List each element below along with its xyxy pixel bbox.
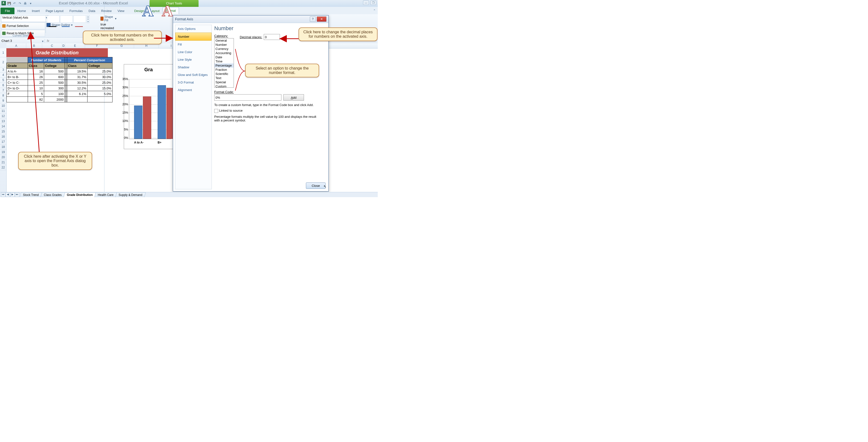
category-option[interactable]: Currency: [215, 47, 234, 51]
row-header-22[interactable]: 22: [0, 165, 6, 170]
sheet-first-icon[interactable]: ⏮: [1, 193, 5, 197]
row-header-10[interactable]: 10: [0, 103, 6, 108]
linked-to-source-checkbox[interactable]: [214, 109, 218, 113]
add-button[interactable]: Add: [283, 94, 304, 101]
row-header-8[interactable]: 8: [0, 93, 6, 98]
dialog-help-icon[interactable]: ?: [310, 16, 316, 22]
tab-formulas[interactable]: Formulas: [66, 8, 86, 14]
row-header-11[interactable]: 11: [0, 108, 6, 114]
shape-style-3[interactable]: [73, 15, 86, 23]
tab-home[interactable]: Home: [14, 8, 29, 14]
category-option[interactable]: Text: [215, 76, 234, 80]
ribbon-expand-icon[interactable]: ⌃: [373, 9, 376, 12]
restore-icon[interactable]: ❐: [370, 0, 376, 5]
tab-file[interactable]: File: [0, 8, 14, 14]
print-icon[interactable]: 🖶: [23, 1, 27, 6]
sheet-next-icon[interactable]: ▶: [10, 193, 15, 197]
chart-bar[interactable]: [158, 85, 166, 139]
dialog-nav-shadow[interactable]: Shadow: [175, 63, 212, 71]
row-header-9[interactable]: 9: [0, 98, 6, 103]
sheet-prev-icon[interactable]: ◀: [6, 193, 10, 197]
sheet-last-icon[interactable]: ⏭: [15, 193, 19, 197]
table-row: F51006.1%5.0%: [7, 91, 113, 97]
row-header-2[interactable]: 2: [0, 57, 6, 67]
col-header-E[interactable]: E: [65, 43, 85, 48]
select-all-button[interactable]: [0, 43, 7, 48]
dialog-nav-line-color[interactable]: Line Color: [175, 48, 212, 56]
tab-review[interactable]: Review: [98, 8, 115, 14]
category-option[interactable]: Percentage: [215, 63, 234, 68]
dialog-nav-alignment[interactable]: Alignment: [175, 86, 212, 94]
chart-bar[interactable]: [134, 106, 143, 139]
category-option[interactable]: Fraction: [215, 68, 234, 72]
category-option[interactable]: Accounting: [215, 51, 234, 55]
row-header-12[interactable]: 12: [0, 114, 6, 119]
dialog-nav-line-style[interactable]: Line Style: [175, 56, 212, 63]
format-code-input[interactable]: [214, 94, 281, 101]
chart-plot-area: 0%5%10%15%20%25%30%35%A to A-B+: [129, 79, 171, 139]
shape-fill-button[interactable]: Shape Fill ▾: [100, 15, 117, 22]
row-header-5[interactable]: 5: [0, 78, 6, 83]
qat-dropdown-icon[interactable]: ▾: [28, 1, 33, 6]
sheet-tab-class-grades[interactable]: Class Grades: [40, 193, 65, 197]
row-header-15[interactable]: 15: [0, 129, 6, 134]
dialog-nav-glow-and-soft-edges[interactable]: Glow and Soft Edges: [175, 71, 212, 79]
format-selection-button[interactable]: Format Selection: [1, 23, 45, 29]
dialog-titlebar[interactable]: Format Axis ? ✕: [173, 15, 329, 23]
decimal-places-input[interactable]: [264, 34, 280, 40]
close-button[interactable]: Close: [306, 182, 326, 189]
sheet-tab-supply-&-demand[interactable]: Supply & Demand: [116, 193, 146, 197]
tab-insert[interactable]: Insert: [29, 8, 43, 14]
minimize-icon[interactable]: —: [363, 0, 369, 5]
chart-bar[interactable]: [143, 97, 151, 139]
redo-icon[interactable]: ↷: [18, 1, 22, 6]
wordart-style-a2[interactable]: A: [162, 2, 173, 20]
category-option[interactable]: General: [215, 38, 234, 43]
name-box[interactable]: Chart 3▾: [0, 39, 45, 43]
row-header-20[interactable]: 20: [0, 155, 6, 160]
dialog-nav-3-d-format[interactable]: 3-D Format: [175, 79, 212, 86]
row-header-17[interactable]: 17: [0, 139, 6, 144]
row-header-6[interactable]: 6: [0, 83, 6, 88]
category-listbox[interactable]: GeneralNumberCurrencyAccountingDateTimeP…: [214, 38, 234, 88]
undo-icon[interactable]: ↶: [12, 1, 17, 6]
dialog-close-icon[interactable]: ✕: [317, 16, 327, 22]
row-header-13[interactable]: 13: [0, 119, 6, 124]
category-option[interactable]: Custom: [215, 84, 234, 88]
sheet-tab-health-care[interactable]: Health Care: [95, 193, 117, 197]
tab-data[interactable]: Data: [86, 8, 98, 14]
row-header-19[interactable]: 19: [0, 149, 6, 155]
category-option[interactable]: Scientific: [215, 72, 234, 76]
row-header-1[interactable]: 1: [0, 48, 6, 57]
tab-view[interactable]: View: [115, 8, 127, 14]
shape-style-1[interactable]: [47, 15, 60, 23]
wordart-style-a1[interactable]: A: [142, 2, 153, 20]
row-header-18[interactable]: 18: [0, 144, 6, 149]
shape-style-2[interactable]: [60, 15, 73, 23]
category-option[interactable]: Special: [215, 80, 234, 84]
sheet-tab-stock-trend[interactable]: Stock Trend: [20, 193, 42, 197]
col-header-B[interactable]: B: [26, 43, 42, 48]
embedded-chart[interactable]: Gra 0%5%10%15%20%25%30%35%A to A-B+: [124, 64, 173, 149]
dialog-nav-axis-options[interactable]: Axis Options: [175, 25, 212, 33]
col-header-C[interactable]: C: [42, 43, 62, 48]
category-option[interactable]: Number: [215, 43, 234, 47]
sheet-tab-grade-distribution[interactable]: Grade Distribution: [63, 193, 96, 197]
row-header-3[interactable]: 3: [0, 67, 6, 72]
row-header-14[interactable]: 14: [0, 124, 6, 129]
col-header-D[interactable]: D: [62, 43, 65, 48]
chart-element-dropdown[interactable]: Vertical (Value) Axis: [1, 15, 49, 22]
category-option[interactable]: Date: [215, 55, 234, 59]
row-header-4[interactable]: 4: [0, 72, 6, 78]
tab-page-layout[interactable]: Page Layout: [43, 8, 66, 14]
col-header-A[interactable]: A: [6, 43, 26, 48]
dialog-nav-number[interactable]: Number: [175, 33, 212, 41]
shape-style-gallery-expand[interactable]: ▴ ▾ ▾: [87, 15, 90, 23]
row-header-21[interactable]: 21: [0, 160, 6, 165]
row-header-7[interactable]: 7: [0, 88, 6, 93]
row-header-16[interactable]: 16: [0, 134, 6, 139]
save-icon[interactable]: 💾: [7, 1, 11, 6]
category-option[interactable]: Time: [215, 59, 234, 63]
dialog-nav-fill[interactable]: Fill: [175, 41, 212, 48]
fx-icon[interactable]: fx: [47, 39, 49, 43]
